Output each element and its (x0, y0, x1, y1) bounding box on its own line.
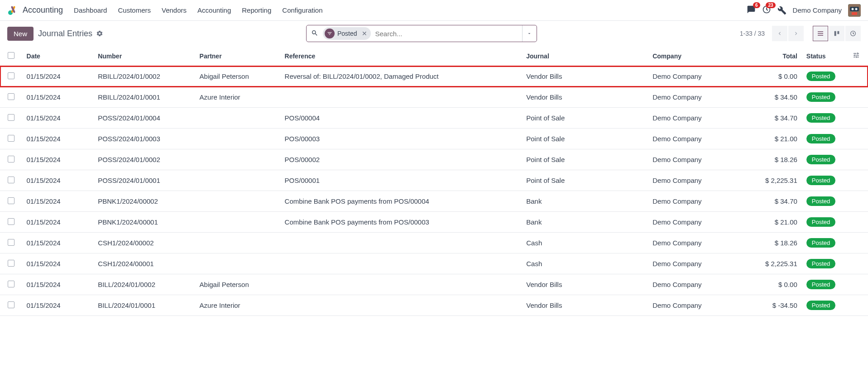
table-row[interactable]: 01/15/2024POSS/2024/01/0003POS/00003Poin… (0, 129, 868, 149)
row-checkbox[interactable] (8, 260, 14, 267)
table-row[interactable]: 01/15/2024CSH1/2024/00001CashDemo Compan… (0, 253, 868, 274)
nav-configuration[interactable]: Configuration (282, 6, 322, 14)
search-box[interactable]: Posted ✕ (306, 25, 537, 42)
col-header-journal[interactable]: Journal (522, 46, 648, 66)
col-header-total[interactable]: Total (758, 46, 802, 66)
table-row[interactable]: 01/15/2024PBNK1/2024/00001Combine Bank P… (0, 212, 868, 233)
nav-accounting[interactable]: Accounting (197, 6, 231, 14)
view-pivot-button[interactable] (845, 26, 861, 41)
search-icon (307, 29, 323, 38)
messages-button[interactable]: 6 (747, 5, 756, 15)
adjust-columns-icon[interactable] (853, 52, 860, 59)
search-input[interactable] (374, 30, 522, 38)
view-kanban-button[interactable] (829, 26, 844, 41)
cell-total: $ -34.50 (758, 295, 802, 316)
new-button[interactable]: New (7, 27, 34, 41)
gear-icon[interactable] (96, 30, 103, 37)
nav-customers[interactable]: Customers (118, 6, 151, 14)
tools-icon[interactable] (777, 6, 786, 15)
svg-rect-8 (852, 12, 857, 15)
cell-total: $ 21.00 (758, 129, 802, 149)
search-dropdown-button[interactable] (522, 25, 537, 42)
pager-prev-button[interactable] (772, 26, 787, 41)
cell-partner: Abigail Peterson (195, 66, 280, 87)
cell-total: $ 18.26 (758, 149, 802, 170)
row-checkbox[interactable] (8, 197, 14, 204)
status-badge: Posted (806, 238, 835, 248)
breadcrumb: Journal Entries (38, 29, 92, 38)
table-row[interactable]: 01/15/2024POSS/2024/01/0004POS/00004Poin… (0, 108, 868, 129)
pager-text[interactable]: 1-33 / 33 (740, 30, 765, 37)
table-row[interactable]: 01/15/2024RBILL/2024/01/0001Azure Interi… (0, 87, 868, 108)
col-header-partner[interactable]: Partner (195, 46, 280, 66)
select-all-checkbox[interactable] (8, 52, 14, 59)
cell-partner (195, 129, 280, 149)
table-row[interactable]: 01/15/2024CSH1/2024/00002CashDemo Compan… (0, 233, 868, 253)
table-row[interactable]: 01/15/2024BILL/2024/01/0002Abigail Peter… (0, 274, 868, 295)
cell-journal: Point of Sale (522, 149, 648, 170)
table-row[interactable]: 01/15/2024RBILL/2024/01/0002Abigail Pete… (0, 66, 868, 87)
cell-company: Demo Company (648, 253, 758, 274)
col-header-company[interactable]: Company (648, 46, 758, 66)
list-icon (817, 30, 824, 37)
col-header-status[interactable]: Status (802, 46, 848, 66)
cell-reference (280, 87, 522, 108)
cell-date: 01/15/2024 (22, 149, 94, 170)
control-bar: New Journal Entries Posted ✕ 1-33 / 33 (0, 21, 868, 46)
clock-small-icon (849, 30, 857, 37)
col-header-reference[interactable]: Reference (280, 46, 522, 66)
chevron-left-icon (777, 30, 783, 37)
table-row[interactable]: 01/15/2024PBNK1/2024/00002Combine Bank P… (0, 191, 868, 212)
cell-journal: Cash (522, 233, 648, 253)
company-selector[interactable]: Demo Company (793, 6, 842, 14)
table-row[interactable]: 01/15/2024POSS/2024/01/0001POS/00001Poin… (0, 170, 868, 191)
svg-point-7 (855, 8, 858, 10)
cell-date: 01/15/2024 (22, 108, 94, 129)
app-name[interactable]: Accounting (23, 5, 63, 15)
row-checkbox[interactable] (8, 177, 14, 183)
col-header-date[interactable]: Date (22, 46, 94, 66)
caret-down-icon (527, 31, 532, 36)
nav-vendors[interactable]: Vendors (162, 6, 187, 14)
row-checkbox[interactable] (8, 72, 14, 79)
cell-status: Posted (802, 212, 848, 233)
table-row[interactable]: 01/15/2024BILL/2024/01/0001Azure Interio… (0, 295, 868, 316)
row-checkbox[interactable] (8, 218, 14, 225)
filter-chip-label: Posted (337, 30, 357, 37)
row-checkbox[interactable] (8, 239, 14, 246)
status-badge: Posted (806, 301, 835, 310)
filter-remove-button[interactable]: ✕ (360, 30, 369, 37)
cell-journal: Vendor Bills (522, 295, 648, 316)
cell-total: $ 0.00 (758, 66, 802, 87)
col-header-number[interactable]: Number (93, 46, 195, 66)
cell-reference: POS/00002 (280, 149, 522, 170)
nav-reporting[interactable]: Reporting (242, 6, 271, 14)
table-row[interactable]: 01/15/2024POSS/2024/01/0002POS/00002Poin… (0, 149, 868, 170)
cell-company: Demo Company (648, 212, 758, 233)
table-scroll-area[interactable]: Date Number Partner Reference Journal Co… (0, 46, 868, 387)
cell-reference: POS/00003 (280, 129, 522, 149)
cell-total: $ 34.70 (758, 191, 802, 212)
pager-next-button[interactable] (788, 26, 804, 41)
cell-journal: Vendor Bills (522, 66, 648, 87)
row-checkbox[interactable] (8, 156, 14, 162)
cell-date: 01/15/2024 (22, 274, 94, 295)
cell-date: 01/15/2024 (22, 212, 94, 233)
nav-dashboard[interactable]: Dashboard (74, 6, 107, 14)
cell-reference: Combine Bank POS payments from POS/00003 (280, 212, 522, 233)
row-checkbox[interactable] (8, 281, 14, 287)
cell-status: Posted (802, 108, 848, 129)
cell-status: Posted (802, 191, 848, 212)
row-checkbox[interactable] (8, 114, 14, 121)
row-checkbox[interactable] (8, 93, 14, 100)
cell-journal: Point of Sale (522, 108, 648, 129)
status-badge: Posted (806, 196, 835, 206)
user-avatar[interactable] (848, 4, 861, 17)
row-checkbox[interactable] (8, 301, 14, 308)
cell-status: Posted (802, 295, 848, 316)
row-checkbox[interactable] (8, 135, 14, 142)
view-list-button[interactable] (813, 26, 828, 41)
nav-menu: Dashboard Customers Vendors Accounting R… (74, 6, 322, 14)
cell-date: 01/15/2024 (22, 233, 94, 253)
activities-button[interactable]: 23 (762, 5, 771, 15)
